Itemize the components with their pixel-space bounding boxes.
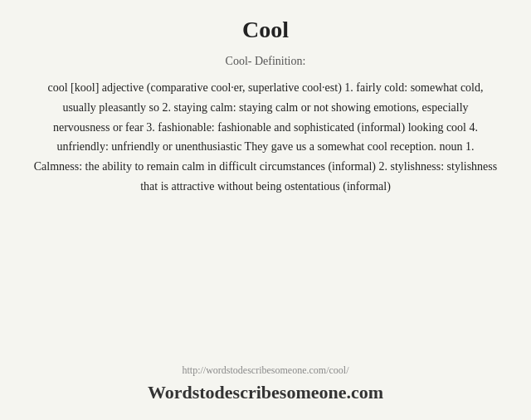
page-container: Cool Cool- Definition: cool [kool] adjec… <box>0 0 531 420</box>
definition-body: cool [kool] adjective (comparative cool·… <box>33 78 498 197</box>
page-title: Cool <box>242 17 289 43</box>
site-name[interactable]: Wordstodescribesomeone.com <box>148 382 383 403</box>
definition-label: Cool- Definition: <box>226 55 306 68</box>
source-url[interactable]: http://wordstodescribesomeone.com/cool/ <box>183 364 349 377</box>
